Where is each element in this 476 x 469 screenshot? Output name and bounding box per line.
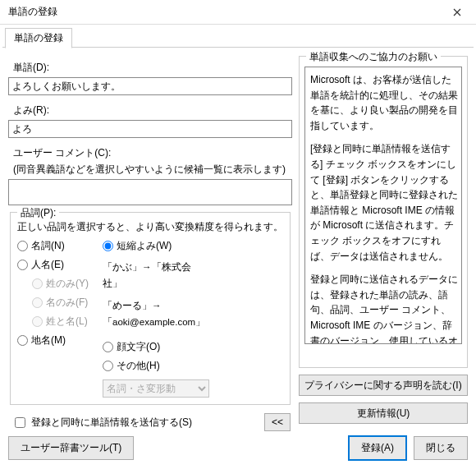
comment-input[interactable] [8, 179, 292, 205]
update-button[interactable]: 更新情報(U) [299, 402, 468, 424]
window-title: 単語の登録 [8, 5, 438, 19]
notice-legend: 単語収集へのご協力のお願い [306, 50, 441, 64]
radio-noun[interactable]: 名詞(N) [17, 239, 99, 253]
radio-person[interactable]: 人名(E) [17, 258, 99, 272]
radio-place[interactable]: 地名(M) [17, 333, 99, 347]
pos-select[interactable]: 名詞・さ変形動 [103, 379, 209, 398]
radio-firstname: 名のみ(F) [32, 296, 99, 310]
privacy-button[interactable]: プライバシーに関する声明を読む(I) [299, 375, 468, 396]
titlebar: 単語の登録 [0, 0, 476, 25]
radio-tanshuku[interactable]: 短縮よみ(W) [103, 239, 193, 253]
example-2: 「めーる」→「aoki@example.com」 [103, 298, 193, 330]
send-checkbox[interactable]: 登録と同時に単語情報を送信する(S) [11, 415, 192, 430]
example-1: 「かぶ」→「株式会社」 [103, 260, 193, 292]
word-input[interactable] [8, 77, 292, 95]
notice-group: 単語収集へのご協力のお願い Microsoft は、お客様が送信した単語を統計的… [299, 56, 468, 368]
pos-hint: 正しい品詞を選択すると、より高い変換精度を得られます。 [17, 219, 283, 234]
yomi-input[interactable] [8, 120, 292, 138]
pos-legend: 品詞(P): [17, 206, 59, 220]
word-label: 単語(D): [13, 61, 292, 75]
register-button[interactable]: 登録(A) [348, 435, 407, 461]
tab-bar: 単語の登録 [0, 28, 476, 48]
radio-kao[interactable]: 顔文字(O) [103, 340, 193, 354]
tab-register[interactable]: 単語の登録 [5, 28, 72, 48]
radio-fullname: 姓と名(L) [32, 315, 99, 329]
radio-other[interactable]: その他(H) [103, 359, 193, 373]
yomi-label: よみ(R): [13, 103, 292, 117]
comment-hint: (同音異義語などを選択しやすいように候補一覧に表示します) [13, 163, 292, 177]
close-icon[interactable] [438, 0, 476, 25]
comment-label: ユーザー コメント(C): [13, 146, 292, 160]
toggle-button[interactable]: << [264, 413, 291, 431]
radio-lastname: 姓のみ(Y) [32, 277, 99, 291]
pos-group: 品詞(P): 正しい品詞を選択すると、より高い変換精度を得られます。 名詞(N)… [10, 212, 291, 405]
dict-tool-button[interactable]: ユーザー辞書ツール(T) [8, 436, 134, 460]
close-button[interactable]: 閉じる [414, 436, 468, 460]
notice-text[interactable]: Microsoft は、お客様が送信した単語を統計的に処理し、その結果を基に、よ… [304, 67, 462, 344]
bottom-bar: ユーザー辞書ツール(T) 登録(A) 閉じる [8, 435, 468, 461]
